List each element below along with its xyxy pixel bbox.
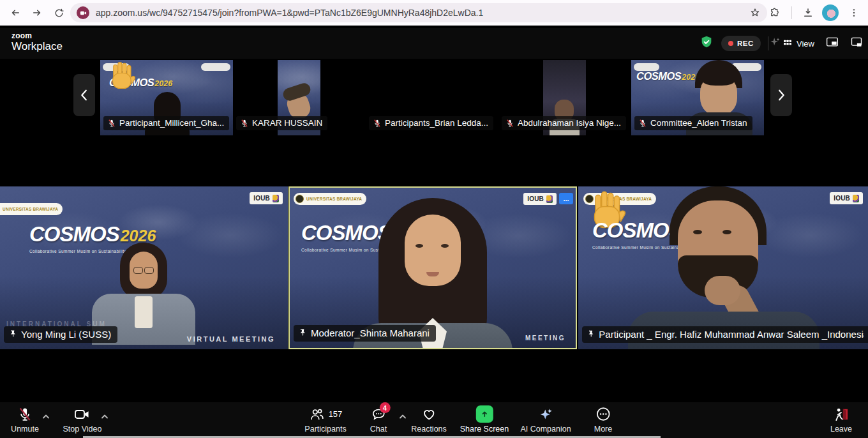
ai-companion-button[interactable]: AI Companion	[520, 405, 571, 434]
video-tile[interactable]: UNIVERSITAS BRAWIJAYA IOUB COSMOS2026 Co…	[0, 186, 288, 349]
filmstrip-prev-button[interactable]	[73, 74, 95, 116]
video-tile-active-speaker[interactable]: UNIVERSITAS BRAWIJAYA IOUB ... COSMOS202…	[288, 186, 577, 349]
ai-companion-icon	[537, 405, 554, 423]
browser-divider	[791, 6, 792, 19]
muted-mic-icon	[17, 405, 33, 423]
participants-count: 157	[329, 409, 343, 419]
chat-button[interactable]: 4 Chat	[370, 405, 387, 434]
tile-options-button[interactable]: ...	[559, 193, 573, 204]
muted-mic-icon	[107, 119, 116, 128]
muted-mic-icon	[505, 119, 514, 128]
forward-icon[interactable]	[29, 5, 45, 20]
reactions-button[interactable]: Reactions	[411, 405, 447, 434]
pin-icon	[587, 329, 595, 339]
browser-toolbar: app.zoom.us/wc/94752715475/join?fromPWA=…	[0, 0, 868, 26]
pin-icon	[298, 328, 308, 338]
video-tile[interactable]: UNIVERSITAS BRAWIJAYA IOUB COSMOS2026 Co…	[578, 186, 868, 349]
participants-icon	[309, 407, 326, 422]
video-thumbnail[interactable]: KARAR HUSSAIN	[233, 60, 366, 135]
header-sparkle-icon[interactable]	[768, 36, 781, 51]
browser-menu-icon[interactable]	[846, 5, 862, 20]
recording-dot	[728, 41, 733, 46]
video-thumbnail[interactable]: Participants_Brian Ledda...	[366, 60, 498, 135]
pin-icon	[8, 329, 18, 339]
university-badge	[634, 63, 659, 71]
zoom-meeting-page: zoom Workplace REC View	[0, 26, 868, 438]
meeting-header: zoom Workplace REC View	[0, 28, 868, 59]
downloads-icon[interactable]	[800, 5, 816, 20]
leave-button[interactable]: Leave	[830, 405, 852, 434]
muted-mic-icon	[240, 119, 249, 128]
url-text: app.zoom.us/wc/94752715475/join?fromPWA=…	[96, 8, 749, 18]
back-icon[interactable]	[8, 5, 23, 20]
zoom-meeting-window: app.zoom.us/wc/94752715475/join?fromPWA=…	[0, 0, 868, 438]
participant-name-label: Participant_Millicent_Gha...	[103, 116, 229, 130]
logo-line2: Workplace	[11, 41, 63, 52]
zoom-favicon	[77, 6, 89, 19]
view-button[interactable]: View	[782, 38, 814, 49]
extensions-icon[interactable]	[767, 5, 782, 20]
university-badge: UNIVERSITAS BRAWIJAYA	[0, 203, 63, 215]
video-thumbnail[interactable]: COSMOS2026 Committee_Alden Tristan	[631, 60, 764, 135]
more-button[interactable]: More	[594, 405, 612, 434]
url-bar[interactable]: app.zoom.us/wc/94752715475/join?fromPWA=…	[70, 3, 767, 22]
participant-filmstrip: COSMOS2026 Participant_Millicent_Gha...	[0, 58, 868, 136]
ioub-badge: IOUB	[250, 192, 283, 204]
chat-label: Chat	[370, 425, 387, 434]
ioub-badge: IOUB	[523, 193, 557, 205]
main-video-stage: UNIVERSITAS BRAWIJAYA IOUB COSMOS2026 Co…	[0, 186, 868, 349]
participant-name-label: KARAR HUSSAIN	[236, 116, 327, 130]
recording-label: REC	[737, 40, 754, 47]
raised-hand-icon	[109, 61, 137, 94]
muted-mic-icon	[638, 119, 647, 128]
chat-unread-badge: 4	[380, 402, 391, 413]
share-screen-button[interactable]: Share Screen	[460, 405, 509, 434]
participant-name-label: Moderator_Shinta Maharani	[294, 325, 436, 342]
unmute-label: Unmute	[11, 425, 39, 434]
browser-profile-avatar[interactable]	[822, 4, 839, 21]
virtual-meeting-watermark: MEETING	[525, 335, 565, 342]
recording-indicator[interactable]: REC	[721, 36, 761, 51]
stop-video-label: Stop Video	[63, 425, 102, 434]
bookmark-star-icon[interactable]	[749, 7, 761, 19]
audio-options-caret[interactable]	[42, 411, 50, 422]
participant-name-label: Participant _ Engr. Hafiz Muhammad Anwar…	[582, 326, 868, 343]
leave-icon	[833, 405, 850, 423]
stop-video-button[interactable]: Stop Video	[63, 405, 102, 434]
leave-label: Leave	[830, 425, 852, 434]
unmute-button[interactable]: Unmute	[11, 405, 39, 434]
meeting-toolbar: Unmute Stop Video 157 Participants	[0, 402, 868, 438]
participant-video-figure	[641, 186, 807, 349]
participant-name-label: Abdulrahaman Isiya Nige...	[502, 116, 626, 130]
participants-button[interactable]: 157 Participants	[304, 405, 346, 434]
participants-label: Participants	[304, 425, 346, 434]
refresh-icon[interactable]	[51, 5, 66, 20]
video-options-caret[interactable]	[101, 411, 108, 422]
header-divider	[768, 36, 768, 50]
more-label: More	[594, 425, 612, 434]
share-screen-icon	[476, 405, 493, 423]
ioub-badge: IOUB	[830, 192, 863, 204]
ai-companion-label: AI Companion	[520, 425, 571, 434]
encryption-shield-icon[interactable]	[700, 35, 714, 52]
heart-icon	[421, 405, 437, 423]
filmstrip-next-button[interactable]	[770, 74, 792, 116]
video-thumbnail[interactable]: Abdulrahaman Isiya Nige...	[498, 60, 631, 135]
reactions-label: Reactions	[411, 425, 447, 434]
participant-name-label: Participants_Brian Ledda...	[369, 116, 493, 130]
participant-name-label: Yong Ming Li (SUSS)	[4, 326, 117, 343]
share-screen-label: Share Screen	[460, 425, 509, 434]
virtual-meeting-watermark: VIRTUAL MEETING	[187, 335, 275, 343]
video-camera-icon	[74, 405, 91, 423]
participant-name-label: Committee_Alden Tristan	[634, 116, 752, 130]
view-label: View	[797, 39, 814, 49]
more-icon	[595, 405, 611, 423]
chat-options-caret[interactable]	[399, 411, 407, 422]
ioub-badge	[201, 63, 230, 71]
logo-line1: zoom	[11, 32, 63, 40]
video-thumbnail[interactable]: COSMOS2026 Participant_Millicent_Gha...	[100, 60, 233, 135]
pip-icon[interactable]	[826, 36, 839, 50]
minimize-window-icon[interactable]	[850, 36, 863, 50]
muted-mic-icon	[373, 119, 382, 128]
zoom-workplace-logo: zoom Workplace	[11, 32, 63, 52]
